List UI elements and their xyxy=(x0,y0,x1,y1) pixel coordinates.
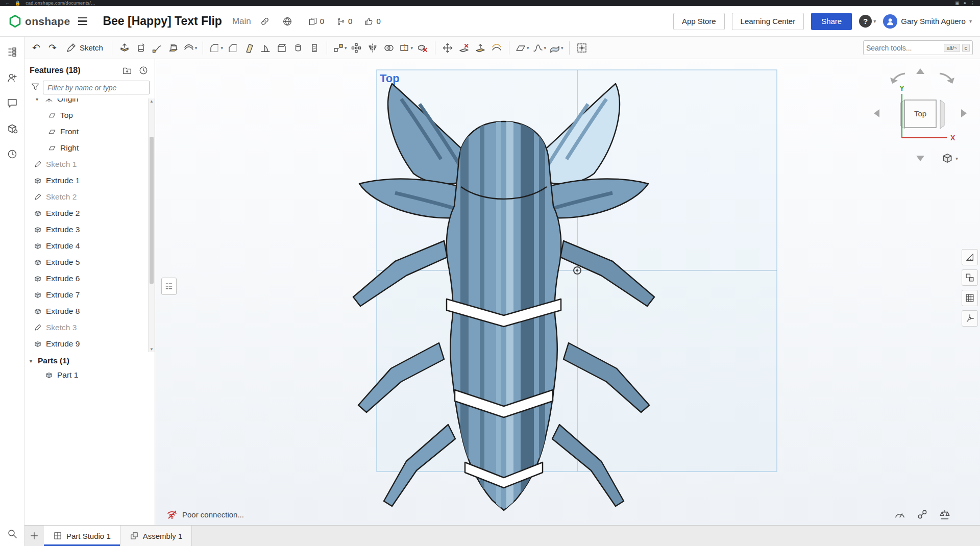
main-menu-button[interactable] xyxy=(78,14,93,29)
feature-row-extrude[interactable]: Extrude 8 xyxy=(24,303,155,319)
rotate-down-arrow[interactable] xyxy=(916,156,924,161)
feature-row-plane[interactable]: Right xyxy=(24,140,155,156)
feature-row-extrude[interactable]: Extrude 1 xyxy=(24,172,155,189)
rollback-clock-icon[interactable] xyxy=(137,64,150,77)
mass-properties-icon[interactable] xyxy=(938,508,951,521)
branches-stat[interactable]: 0 xyxy=(336,17,352,26)
browser-extensions-icon[interactable]: ▣ xyxy=(955,0,960,6)
part-row[interactable]: Part 1 xyxy=(24,367,155,383)
split-button[interactable]: ▾ xyxy=(398,40,414,56)
feature-row-extrude[interactable]: Extrude 3 xyxy=(24,221,155,238)
panel-comments-icon[interactable] xyxy=(4,95,20,111)
document-title[interactable]: Bee [Happy] Text Flip xyxy=(103,14,222,28)
delete-part-button[interactable] xyxy=(415,40,430,56)
feature-list-collapse-button[interactable] xyxy=(161,278,177,295)
workspace-name[interactable]: Main xyxy=(232,16,251,27)
loft-button[interactable] xyxy=(166,40,181,56)
user-menu[interactable]: Gary Smith Agüero ▾ xyxy=(883,14,972,29)
feature-filter-input[interactable] xyxy=(43,81,150,94)
browser-profile-icon[interactable]: ● xyxy=(964,0,966,6)
feature-row-extrude[interactable]: Extrude 6 xyxy=(24,270,155,287)
feature-tree-scrollbar[interactable]: ▲ ▼ xyxy=(148,98,155,352)
rotate-up-arrow[interactable] xyxy=(916,68,924,74)
cube-right-face[interactable] xyxy=(940,100,944,129)
panel-tree-icon[interactable] xyxy=(4,44,20,60)
shell-button[interactable] xyxy=(274,40,289,56)
feature-row-extrude[interactable]: Extrude 9 xyxy=(24,336,155,352)
scroll-up-icon[interactable]: ▲ xyxy=(149,99,155,104)
redo-button[interactable]: ↷ xyxy=(45,40,60,56)
revolve-button[interactable] xyxy=(133,40,149,56)
panel-follow-user-icon[interactable] xyxy=(4,69,20,86)
linear-pattern-button[interactable]: ▾ xyxy=(332,40,348,56)
feature-row-sketch[interactable]: Sketch 1 xyxy=(24,156,155,172)
grid-plate-icon[interactable] xyxy=(962,290,978,306)
mate-connector-button[interactable] xyxy=(574,40,590,56)
chevron-down-icon[interactable]: ▾ xyxy=(36,98,41,102)
plane-label[interactable]: Top xyxy=(380,72,400,85)
thicken-button[interactable]: ▾ xyxy=(182,40,199,56)
parts-section-header[interactable]: ▾ Parts (1) xyxy=(24,352,155,367)
fillet-button[interactable]: ▾ xyxy=(208,40,224,56)
feature-row-sketch[interactable]: Sketch 2 xyxy=(24,189,155,205)
new-folder-icon[interactable] xyxy=(121,64,133,77)
sketch-button[interactable]: Sketch xyxy=(61,40,107,56)
measure-icon[interactable] xyxy=(916,508,929,521)
tab-part-studio[interactable]: Part Studio 1 xyxy=(44,526,120,546)
corner-ruler-icon[interactable] xyxy=(962,249,978,265)
copy-link-icon[interactable] xyxy=(256,13,274,30)
public-globe-icon[interactable] xyxy=(279,13,296,30)
filter-funnel-icon[interactable] xyxy=(31,82,40,93)
feature-row-sketch[interactable]: Sketch 3 xyxy=(24,319,155,336)
feature-row-extrude[interactable]: Extrude 5 xyxy=(24,254,155,270)
likes-stat[interactable]: 0 xyxy=(364,17,380,26)
chamfer-button[interactable] xyxy=(225,40,240,56)
learning-center-button[interactable]: Learning Center xyxy=(732,13,804,30)
delete-face-button[interactable] xyxy=(456,40,472,56)
feature-row-plane[interactable]: Front xyxy=(24,123,155,140)
search-tools-field[interactable]: alt/~ c xyxy=(863,40,973,55)
move-face-button[interactable] xyxy=(473,40,488,56)
panel-history-clock-icon[interactable] xyxy=(4,146,20,162)
help-menu[interactable]: ? ▾ xyxy=(859,15,876,28)
feature-row-plane[interactable]: Top xyxy=(24,107,155,123)
boolean-button[interactable] xyxy=(381,40,397,56)
transform-button[interactable] xyxy=(440,40,455,56)
panel-parts-cube-icon[interactable] xyxy=(4,120,20,137)
feature-row-extrude[interactable]: Extrude 4 xyxy=(24,238,155,254)
offset-surface-button[interactable] xyxy=(489,40,504,56)
rotate-right-arrow[interactable] xyxy=(961,109,967,117)
performance-icon[interactable] xyxy=(893,508,906,521)
feature-row-extrude[interactable]: Extrude 2 xyxy=(24,205,155,221)
rotate-left-arrow[interactable] xyxy=(874,109,879,117)
onshape-logo[interactable]: onshape xyxy=(8,14,70,28)
feature-row-origin[interactable]: ▾ Origin xyxy=(24,98,155,107)
plane-button[interactable]: ▾ xyxy=(514,40,530,56)
add-tab-button[interactable] xyxy=(24,526,44,546)
browser-back-icon[interactable]: ← xyxy=(5,0,10,6)
circular-pattern-button[interactable] xyxy=(349,40,364,56)
extrude-button[interactable] xyxy=(117,40,132,56)
copies-stat[interactable]: 0 xyxy=(308,17,324,26)
tab-assembly[interactable]: Assembly 1 xyxy=(120,526,192,546)
share-button[interactable]: Share xyxy=(811,13,852,30)
search-tools-input[interactable] xyxy=(866,44,942,52)
view-cube[interactable]: Top Y X xyxy=(869,63,976,165)
rib-button[interactable] xyxy=(258,40,273,56)
scrollbar-thumb[interactable] xyxy=(150,137,154,284)
surface-button[interactable]: ▾ xyxy=(548,40,565,56)
stacked-cubes-icon[interactable] xyxy=(962,269,978,286)
scroll-down-icon[interactable]: ▼ xyxy=(149,347,155,352)
feature-row-extrude[interactable]: Extrude 7 xyxy=(24,287,155,303)
browser-menu-icon[interactable]: ⋮ xyxy=(970,0,975,6)
mirror-button[interactable] xyxy=(365,40,380,56)
hole-button[interactable] xyxy=(290,40,306,56)
model-scene[interactable]: Top xyxy=(155,59,980,525)
draft-button[interactable] xyxy=(241,40,257,56)
sweep-button[interactable] xyxy=(150,40,165,56)
graphics-viewport[interactable]: Top xyxy=(155,59,980,525)
curve-button[interactable]: ▾ xyxy=(531,40,548,56)
app-store-button[interactable]: App Store xyxy=(673,13,725,30)
panel-search-icon[interactable] xyxy=(4,526,20,542)
axes-display-icon[interactable] xyxy=(962,310,978,327)
